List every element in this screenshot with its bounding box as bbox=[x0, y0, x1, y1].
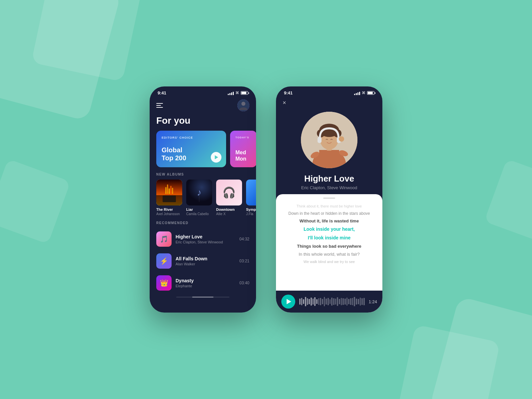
lyric-line-7: In this whole world, what is fair? bbox=[292, 250, 366, 258]
lyrics-handle bbox=[323, 198, 335, 199]
featured-card-today[interactable]: TODAY'S MedMon bbox=[230, 131, 256, 167]
track-item-all-falls-down[interactable]: ⚡ All Falls Down Alan Walker 03:21 bbox=[156, 250, 249, 272]
waveform bbox=[299, 296, 365, 307]
track-thumb-2: ⚡ bbox=[156, 253, 172, 269]
bg-decoration-mid-r bbox=[484, 159, 532, 244]
album-name-1: The River bbox=[156, 207, 182, 211]
lyric-line-3: Without it, life is wasted time bbox=[293, 217, 365, 225]
lyric-line-1: Think about it, there must be higher lov… bbox=[290, 203, 368, 210]
album-item-symphony[interactable]: ♫ Symp J.Fla bbox=[246, 180, 256, 216]
svg-point-1 bbox=[241, 102, 245, 106]
album-item-downtown[interactable]: 🎧 Downtown Allie X bbox=[216, 180, 242, 216]
play-button-main[interactable] bbox=[281, 295, 295, 309]
track-name-1: Higher Love bbox=[176, 234, 235, 239]
status-icons-2: ⌘ bbox=[354, 91, 374, 95]
album-cover-1 bbox=[156, 180, 182, 205]
svg-point-18 bbox=[339, 136, 344, 142]
phone-browse: 9:41 ⌘ For you bbox=[150, 86, 256, 313]
featured-scroll: EDITORS' CHOICE GlobalTop 200 TODAY'S Me… bbox=[150, 131, 256, 173]
track-item-dynasty[interactable]: 👑 Dynasty Elephante 03:40 bbox=[156, 272, 249, 294]
album-cover-3: 🎧 bbox=[216, 180, 242, 205]
bg-decoration-tl bbox=[31, 0, 142, 82]
scroll-indicator bbox=[176, 297, 229, 298]
battery-icon bbox=[241, 91, 248, 95]
page-title: For you bbox=[150, 115, 256, 131]
album-cover-4: ♫ bbox=[246, 180, 256, 205]
track-item-higher-love[interactable]: 🎵 Higher Love Eric Clapton, Steve Winwoo… bbox=[156, 228, 249, 250]
lyric-line-8: We walk blind and we try to see bbox=[297, 258, 361, 265]
phone-now-playing: 9:41 ⌘ × bbox=[276, 86, 382, 313]
new-albums-label: NEW ALBUMS bbox=[150, 173, 256, 180]
album-cover-2: ♪ bbox=[186, 180, 212, 205]
play-triangle-icon bbox=[215, 155, 218, 159]
albums-scroll: The River Axel Johansson ♪ Liar Camila bbox=[150, 180, 256, 221]
card-tag-2: TODAY'S bbox=[235, 136, 251, 139]
track-artist-1: Eric Clapton, Steve Winwood bbox=[176, 240, 235, 244]
lyric-line-5: I'll look inside mine bbox=[301, 234, 357, 242]
wifi-icon: ⌘ bbox=[235, 91, 239, 95]
bg-decoration-br bbox=[398, 325, 500, 399]
album-artist-1: Axel Johansson bbox=[156, 212, 182, 216]
recommended-list: 🎵 Higher Love Eric Clapton, Steve Winwoo… bbox=[150, 228, 256, 294]
lyric-line-4: Look inside your heart, bbox=[297, 225, 361, 234]
track-duration-3: 03:40 bbox=[239, 281, 249, 285]
svg-rect-16 bbox=[318, 137, 322, 143]
wifi-icon-2: ⌘ bbox=[362, 91, 365, 95]
play-icon bbox=[287, 299, 291, 304]
featured-card-editors[interactable]: EDITORS' CHOICE GlobalTop 200 bbox=[156, 131, 226, 167]
status-icons-1: ⌘ bbox=[228, 91, 248, 95]
album-name-2: Liar bbox=[186, 207, 212, 211]
card-title-2: MedMon bbox=[235, 149, 251, 162]
play-button-featured-1[interactable] bbox=[211, 152, 221, 163]
card-tag-1: EDITORS' CHOICE bbox=[162, 136, 221, 139]
status-time-1: 9:41 bbox=[158, 90, 166, 95]
status-time-2: 9:41 bbox=[284, 90, 293, 95]
menu-button[interactable] bbox=[156, 103, 163, 108]
bg-decoration-mid-l bbox=[0, 159, 70, 244]
album-name-3: Downtown bbox=[216, 207, 242, 211]
player-bar: 1:24 bbox=[276, 291, 382, 313]
track-artist-2: Alan Walker bbox=[176, 262, 235, 266]
track-artist-3: Elephante bbox=[176, 284, 235, 288]
close-button[interactable]: × bbox=[283, 99, 286, 106]
track-info-1: Higher Love Eric Clapton, Steve Winwood bbox=[176, 234, 235, 244]
track-name-2: All Falls Down bbox=[176, 256, 235, 261]
np-album-art bbox=[301, 112, 357, 168]
status-bar-2: 9:41 ⌘ bbox=[276, 86, 382, 97]
lyric-line-2: Down in the heart or hidden in the stars… bbox=[282, 210, 376, 217]
track-thumb-1: 🎵 bbox=[156, 231, 172, 247]
app-header bbox=[150, 97, 256, 115]
album-name-4: Symp bbox=[246, 207, 256, 211]
track-thumb-3: 👑 bbox=[156, 275, 172, 291]
svg-rect-5 bbox=[319, 150, 339, 168]
album-artist-3: Allie X bbox=[216, 212, 242, 216]
recommended-label: RECOMMENDED bbox=[150, 221, 256, 228]
np-song-title: Higher Love bbox=[276, 174, 382, 185]
signal-icon-2 bbox=[354, 91, 360, 95]
track-name-3: Dynasty bbox=[176, 278, 235, 283]
album-artist-4: J.Fla bbox=[246, 212, 256, 216]
track-info-3: Dynasty Elephante bbox=[176, 278, 235, 288]
np-artist: Eric Clapton, Steve Winwood bbox=[276, 185, 382, 194]
np-header: × bbox=[276, 97, 382, 112]
status-bar-1: 9:41 ⌘ bbox=[150, 86, 256, 97]
album-item-the-river[interactable]: The River Axel Johansson bbox=[156, 180, 182, 216]
track-duration-2: 03:21 bbox=[239, 259, 249, 263]
artist-artwork bbox=[301, 112, 357, 168]
lyrics-panel[interactable]: Think about it, there must be higher lov… bbox=[276, 194, 382, 313]
battery-icon-2 bbox=[367, 91, 374, 95]
time-display: 1:24 bbox=[369, 299, 377, 304]
lyric-line-6: Things look so bad everywhere bbox=[290, 242, 368, 250]
track-info-2: All Falls Down Alan Walker bbox=[176, 256, 235, 266]
album-artist-2: Camila Cabello bbox=[186, 212, 212, 216]
track-duration-1: 04:32 bbox=[239, 237, 249, 241]
lyrics-body: Think about it, there must be higher lov… bbox=[276, 201, 382, 291]
signal-icon bbox=[228, 91, 234, 95]
album-item-liar[interactable]: ♪ Liar Camila Cabello bbox=[186, 180, 212, 216]
avatar[interactable] bbox=[237, 99, 249, 111]
